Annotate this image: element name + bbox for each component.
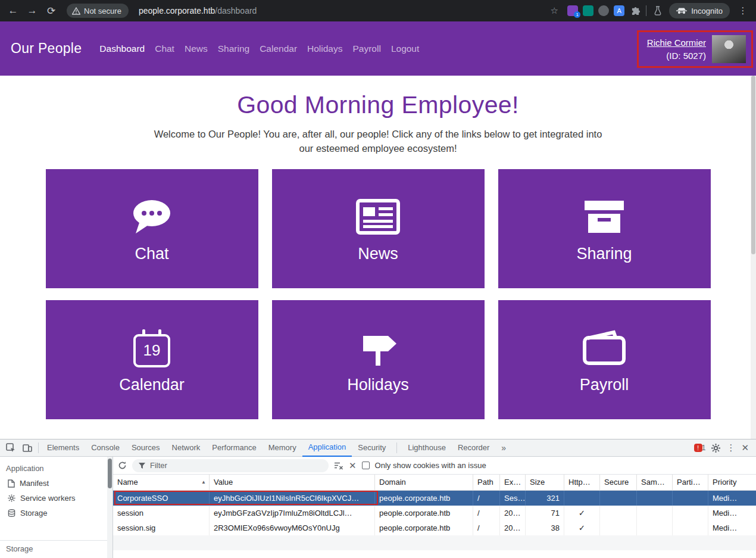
sidebar-item-service-workers[interactable]: Service workers <box>0 491 113 506</box>
brand-title[interactable]: Our People <box>11 40 82 57</box>
tile-sharing[interactable]: Sharing <box>498 169 711 288</box>
col-header-partition[interactable]: Parti… <box>673 475 708 491</box>
devtools-close-icon[interactable]: ✕ <box>741 442 749 453</box>
nav-link-news[interactable]: News <box>185 43 208 54</box>
cell-name[interactable]: CorporateSSO <box>113 491 210 506</box>
cell-expires[interactable]: 20… <box>500 520 526 535</box>
cell-secure[interactable] <box>600 506 637 520</box>
col-header-value[interactable]: Value <box>210 475 375 491</box>
tile-calendar[interactable]: 19 Calendar <box>46 300 258 419</box>
extension-icon-3[interactable] <box>598 5 609 16</box>
extension-icon-4[interactable]: A <box>614 5 624 16</box>
cell-partition[interactable] <box>673 520 708 535</box>
col-header-domain[interactable]: Domain <box>375 475 473 491</box>
nav-link-holidays[interactable]: Holidays <box>307 43 342 54</box>
cell-domain[interactable]: people.corporate.htb <box>375 491 473 506</box>
extension-icon-2[interactable] <box>583 5 593 16</box>
cell-path[interactable]: / <box>473 491 500 506</box>
nav-link-chat[interactable]: Chat <box>155 43 174 54</box>
nav-link-sharing[interactable]: Sharing <box>218 43 249 54</box>
tab-security[interactable]: Security <box>352 439 392 457</box>
address-bar[interactable]: people.corporate.htb/dashboard <box>139 6 543 15</box>
bookmark-star-icon[interactable]: ☆ <box>546 2 563 19</box>
user-name-link[interactable]: Richie Cormier <box>647 36 706 49</box>
cell-expires[interactable]: 20… <box>500 506 526 520</box>
delete-selected-cookie-icon[interactable]: ✕ <box>349 460 357 471</box>
cell-domain[interactable]: people.corporate.htb <box>375 520 473 535</box>
nav-link-payroll[interactable]: Payroll <box>353 43 381 54</box>
cell-path[interactable]: / <box>473 506 500 520</box>
issues-only-checkbox[interactable] <box>362 462 370 469</box>
cell-value[interactable]: eyJhbGciOiJIUzI1NiIsInR5cCI6IkpXVCJ… <box>210 491 375 506</box>
page-scrollbar-thumb[interactable] <box>751 76 755 254</box>
nav-link-calendar[interactable]: Calendar <box>260 43 297 54</box>
tab-application[interactable]: Application <box>302 439 352 457</box>
device-toolbar-icon[interactable] <box>19 439 36 456</box>
back-icon[interactable]: ← <box>5 2 21 19</box>
cell-samesite[interactable] <box>637 491 673 506</box>
cookie-filter-input[interactable] <box>150 461 323 470</box>
cell-httponly[interactable]: ✓ <box>564 506 600 520</box>
tab-console[interactable]: Console <box>85 439 126 457</box>
col-header-httponly[interactable]: Http… <box>564 475 600 491</box>
col-header-samesite[interactable]: Sam… <box>637 475 673 491</box>
col-header-path[interactable]: Path <box>473 475 500 491</box>
security-chip[interactable]: Not secure <box>67 4 129 18</box>
cell-partition[interactable] <box>673 491 708 506</box>
tab-elements[interactable]: Elements <box>41 439 85 457</box>
tab-performance[interactable]: Performance <box>206 439 262 457</box>
col-header-secure[interactable]: Secure <box>600 475 637 491</box>
cookie-row-session[interactable]: session eyJmbGFzaGVzIjp7ImluZm8iOltdLCJl… <box>113 506 756 520</box>
cell-path[interactable]: / <box>473 520 500 535</box>
tab-lighthouse[interactable]: Lighthouse <box>402 439 452 457</box>
sidebar-scrollbar[interactable] <box>107 457 113 558</box>
cell-priority[interactable]: Medi… <box>708 506 756 520</box>
cell-partition[interactable] <box>673 506 708 520</box>
forward-icon[interactable]: → <box>24 2 40 19</box>
error-counter[interactable]: ! 1 <box>694 444 706 452</box>
puzzle-extensions-icon[interactable] <box>629 2 641 19</box>
cell-samesite[interactable] <box>637 506 673 520</box>
nav-link-logout[interactable]: Logout <box>391 43 419 54</box>
user-avatar[interactable] <box>712 35 746 63</box>
cell-name[interactable]: session.sig <box>113 520 210 535</box>
col-header-name[interactable]: Name ▲ <box>113 475 210 491</box>
tab-recorder[interactable]: Recorder <box>452 439 495 457</box>
tile-chat[interactable]: Chat <box>46 169 258 288</box>
flask-experiments-icon[interactable] <box>651 2 664 19</box>
tile-holidays[interactable]: Holidays <box>272 300 485 419</box>
tab-network[interactable]: Network <box>166 439 207 457</box>
tab-memory[interactable]: Memory <box>263 439 302 457</box>
devtools-kebab-icon[interactable]: ⋮ <box>726 442 735 453</box>
col-header-size[interactable]: Size <box>526 475 564 491</box>
nav-link-dashboard[interactable]: Dashboard <box>99 43 145 54</box>
cell-httponly[interactable]: ✓ <box>564 520 600 535</box>
cookie-row-session-sig[interactable]: session.sig 2R3OMIEXo96s6vwoyM6OsY0nUJg … <box>113 520 756 535</box>
refresh-icon[interactable] <box>118 461 127 470</box>
cell-name[interactable]: session <box>113 506 210 520</box>
reload-icon[interactable]: ⟳ <box>43 2 60 19</box>
browser-menu-kebab-icon[interactable]: ⋮ <box>735 2 751 19</box>
cell-size[interactable]: 71 <box>526 506 564 520</box>
cell-priority[interactable]: Medi… <box>708 520 756 535</box>
cell-domain[interactable]: people.corporate.htb <box>375 506 473 520</box>
page-scrollbar[interactable] <box>751 76 756 439</box>
inspect-element-icon[interactable] <box>2 439 19 456</box>
cell-size[interactable]: 38 <box>526 520 564 535</box>
tile-news[interactable]: News <box>272 169 485 288</box>
cell-value[interactable]: 2R3OMIEXo96s6vwoyM6OsY0nUJg <box>210 520 375 535</box>
cell-secure[interactable] <box>600 491 637 506</box>
extension-icon-1[interactable]: 1 <box>567 5 578 16</box>
sidebar-item-manifest[interactable]: Manifest <box>0 476 113 491</box>
col-header-expires[interactable]: Ex… <box>500 475 526 491</box>
cell-expires[interactable]: Ses… <box>500 491 526 506</box>
cell-samesite[interactable] <box>637 520 673 535</box>
clear-all-cookies-icon[interactable] <box>334 462 343 470</box>
sidebar-scrollbar-thumb[interactable] <box>108 459 112 488</box>
more-tabs-icon[interactable]: » <box>495 439 512 457</box>
col-header-priority[interactable]: Priority <box>708 475 756 491</box>
devtools-settings-gear-icon[interactable] <box>711 444 720 453</box>
cell-value[interactable]: eyJmbGFzaGVzIjp7ImluZm8iOltdLCJl… <box>210 506 375 520</box>
cell-priority[interactable]: Medi… <box>708 491 756 506</box>
cell-secure[interactable] <box>600 520 637 535</box>
